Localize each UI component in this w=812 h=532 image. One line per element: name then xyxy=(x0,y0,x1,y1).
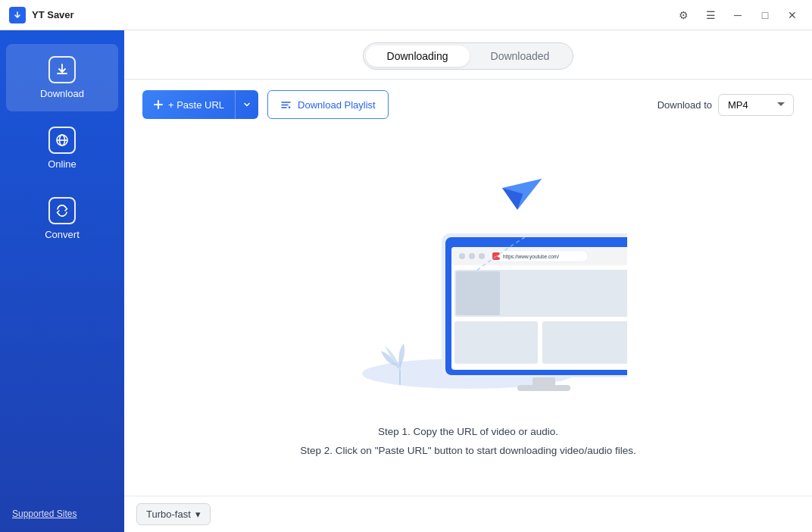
title-bar-controls: ⚙ ☰ ─ □ ✕ xyxy=(673,5,803,26)
app-icon xyxy=(9,7,26,23)
minimize-icon: ─ xyxy=(734,9,742,21)
sidebar-item-online[interactable]: Online xyxy=(6,114,118,182)
svg-rect-21 xyxy=(542,321,627,364)
tab-group: Downloading Downloaded xyxy=(363,42,574,70)
paste-url-button[interactable]: + Paste URL xyxy=(142,90,258,119)
download-to-group: Download to MP4 MP3 WEBM MKV M4A xyxy=(657,94,794,116)
paste-url-label: + Paste URL xyxy=(168,99,224,111)
turbo-fast-button[interactable]: Turbo-fast ▾ xyxy=(136,503,211,525)
step1-text: Step 1. Copy the URL of video or audio. xyxy=(300,423,636,441)
sidebar-online-label: Online xyxy=(48,158,77,170)
close-icon: ✕ xyxy=(788,9,797,21)
paste-url-dropdown[interactable] xyxy=(236,90,258,119)
download-sidebar-icon xyxy=(48,56,76,83)
download-playlist-button[interactable]: Download Playlist xyxy=(267,90,389,119)
title-bar: YT Saver ⚙ ☰ ─ □ ✕ xyxy=(0,0,812,30)
sidebar-item-convert[interactable]: Convert xyxy=(6,185,118,252)
steps-text: Step 1. Copy the URL of video or audio. … xyxy=(300,423,636,460)
menu-icon: ☰ xyxy=(706,9,716,21)
convert-sidebar-icon xyxy=(48,197,76,224)
illustration-container: https://www.youtube.com/ xyxy=(309,150,627,408)
tab-downloading[interactable]: Downloading xyxy=(366,45,470,67)
download-playlist-label: Download Playlist xyxy=(298,99,376,111)
minimize-button[interactable]: ─ xyxy=(727,5,748,26)
sidebar-footer: Supported Sites xyxy=(0,494,124,532)
chevron-down-icon xyxy=(243,101,251,108)
paste-url-main[interactable]: + Paste URL xyxy=(142,90,236,119)
main-layout: Download Online Convert xyxy=(0,30,812,532)
turbo-dropdown-icon: ▾ xyxy=(195,509,201,520)
svg-point-11 xyxy=(459,253,465,259)
svg-rect-20 xyxy=(454,321,538,364)
app-title: YT Saver xyxy=(32,9,74,20)
plus-icon xyxy=(153,99,164,110)
content-area: Downloading Downloaded + Paste URL xyxy=(124,30,812,532)
svg-rect-23 xyxy=(517,385,570,391)
toolbar: + Paste URL Download Playlist Download t… xyxy=(124,80,812,130)
maximize-icon: □ xyxy=(762,9,768,21)
close-button[interactable]: ✕ xyxy=(782,5,803,26)
tab-bar: Downloading Downloaded xyxy=(124,30,812,80)
title-bar-left: YT Saver xyxy=(9,7,74,23)
playlist-icon xyxy=(280,99,292,111)
step2-text: Step 2. Click on "Paste URL" button to s… xyxy=(300,442,636,460)
settings-button[interactable]: ⚙ xyxy=(673,5,694,26)
svg-text:https://www.youtube.com/: https://www.youtube.com/ xyxy=(503,254,559,260)
illustration-area: https://www.youtube.com/ xyxy=(124,130,812,496)
turbo-fast-label: Turbo-fast xyxy=(146,509,191,520)
settings-icon: ⚙ xyxy=(679,9,689,21)
download-to-label: Download to xyxy=(657,99,712,111)
online-sidebar-icon xyxy=(48,127,76,154)
menu-button[interactable]: ☰ xyxy=(700,5,721,26)
sidebar-convert-label: Convert xyxy=(45,229,80,240)
sidebar-download-label: Download xyxy=(40,88,84,99)
svg-rect-19 xyxy=(456,271,500,315)
svg-point-13 xyxy=(479,253,485,259)
sidebar-item-download[interactable]: Download xyxy=(6,44,118,111)
svg-point-12 xyxy=(469,253,475,259)
maximize-button[interactable]: □ xyxy=(754,5,776,26)
sidebar: Download Online Convert xyxy=(0,30,124,532)
supported-sites-link[interactable]: Supported Sites xyxy=(12,509,77,519)
bottom-bar: Turbo-fast ▾ xyxy=(124,496,812,532)
tab-downloaded[interactable]: Downloaded xyxy=(470,45,571,67)
format-select[interactable]: MP4 MP3 WEBM MKV M4A xyxy=(718,94,794,116)
monitor-illustration: https://www.youtube.com/ xyxy=(309,150,627,408)
